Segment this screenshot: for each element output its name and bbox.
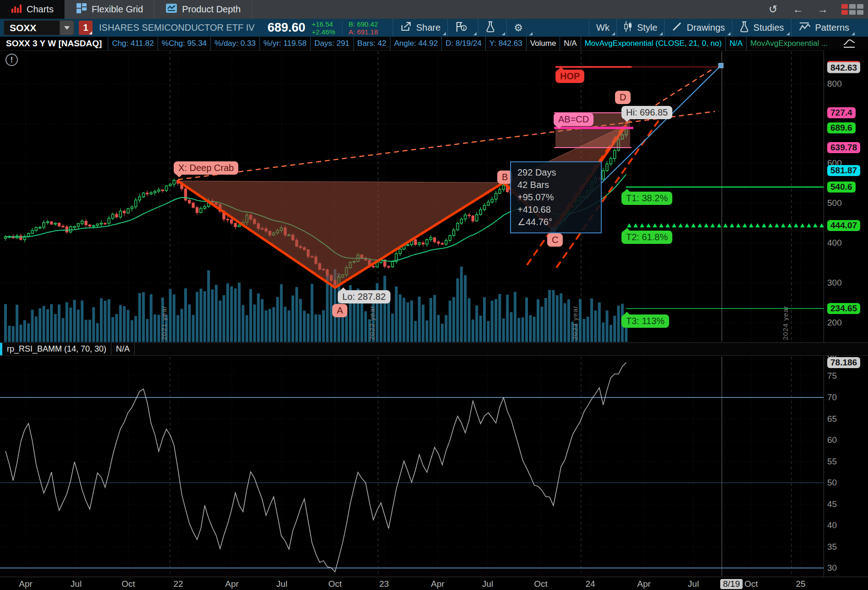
time-tick-label: Apr [637, 579, 651, 589]
crosshair-date-badge: 8/19 [720, 579, 743, 589]
axis-price-badge: 727.4 [827, 107, 856, 118]
axis-price-badge: 639.78 [827, 142, 860, 153]
axis-tick-label: 60 [827, 435, 837, 445]
company-name: ISHARES SEMICONDUCTOR ETF IV [99, 22, 255, 33]
patterns-button[interactable]: Patterns [791, 19, 856, 37]
chart-stats: Chg: 411.82%Chg: 95.34%/day: 0.33%/yr: 1… [108, 37, 831, 50]
time-tick-label: Apr [19, 579, 33, 589]
axis-tick-label: 800 [827, 79, 842, 89]
flask-icon [739, 21, 749, 35]
wk-button[interactable]: Wk [589, 19, 616, 37]
flask-icon [485, 21, 495, 35]
axis-tick-label: 75 [827, 371, 837, 381]
chevron-down-icon[interactable] [60, 21, 74, 35]
pencil-icon [671, 21, 682, 34]
axis-tick-label: 200 [827, 318, 842, 328]
axis-tick-label: 55 [827, 457, 837, 467]
flag-info-button[interactable] [447, 19, 478, 37]
price-chart-pane[interactable] [0, 50, 824, 342]
divider [111, 343, 111, 355]
price-axis-column[interactable]: 800600500400300200842.63727.4689.6639.78… [824, 50, 868, 577]
axis-tick-label: 30 [827, 563, 837, 573]
back-arrow-icon[interactable]: ← [789, 2, 807, 17]
tab-product-depth[interactable]: Product Depth [154, 0, 252, 19]
time-tick-label: Jul [482, 579, 493, 589]
symbol-input[interactable]: SOXX [4, 20, 74, 35]
flask-button[interactable] [478, 19, 506, 37]
axis-price-badge: 581.87 [827, 165, 860, 176]
undo-icon[interactable]: ↺ [764, 2, 782, 17]
rsi-study-pane[interactable] [0, 356, 824, 577]
price-change-block: +16.54 +2.46% [312, 20, 335, 36]
chart-stat: Chg: 411.82 [108, 37, 157, 50]
bid-ask-block: B: 690.42 A: 691.18 [349, 20, 378, 36]
tab-label: Charts [27, 4, 54, 15]
tab-label: Product Depth [182, 4, 241, 15]
button-label: Style [637, 22, 657, 33]
time-tick-label: 23 [379, 579, 389, 589]
axis-tick-label: 35 [827, 542, 837, 552]
time-tick-label: Oct [328, 579, 342, 589]
axis-price-badge: 234.65 [827, 303, 860, 314]
chart-stat: MovAvgExponential (CLOSE, 21, 0, no) [581, 37, 725, 50]
chart-stat: N/A [725, 37, 746, 50]
bid-value: B: 690.42 [349, 20, 378, 28]
button-label: Patterns [815, 22, 849, 33]
time-tick-label: 25 [796, 579, 805, 589]
patterns-icon [798, 21, 811, 34]
forward-arrow-icon[interactable]: → [814, 2, 831, 17]
rsi-line [5, 363, 626, 572]
alert-count-badge[interactable]: 1 [79, 21, 93, 35]
ask-value: A: 691.18 [349, 28, 378, 36]
fib-target-lines[interactable] [626, 187, 824, 309]
volume-bars [4, 266, 627, 342]
rsi-study-header[interactable]: rp_RSI_BAMM (14, 70, 30) N/A [0, 342, 868, 356]
axis-tick-label: 400 [827, 238, 842, 248]
button-label: Share [416, 22, 440, 33]
time-tick-label: Oct [121, 579, 135, 589]
chart-stat: Volume [526, 37, 560, 50]
axis-price-badge: 689.6 [827, 122, 856, 133]
chart-stat: %/day: 0.33 [210, 37, 259, 50]
rsi-study-title: rp_RSI_BAMM (14, 70, 30) [7, 344, 106, 354]
chart-stat: Days: 291 [310, 37, 353, 50]
chart-stat: %/yr: 119.58 [259, 37, 310, 50]
abcd-zone[interactable] [554, 113, 633, 148]
chart-stat: N/A [560, 37, 580, 50]
line-chart-icon[interactable] [842, 38, 856, 51]
depth-icon [165, 3, 177, 16]
axis-tick-label: 300 [827, 278, 842, 288]
time-tick-label: Apr [431, 579, 445, 589]
style-button[interactable]: Style [616, 19, 664, 37]
layout-switcher-icon[interactable] [841, 4, 863, 15]
axis-price-badge: 540.6 [827, 182, 856, 193]
tab-charts[interactable]: Charts [0, 0, 65, 19]
chart-stat: Angle: 44.92 [390, 37, 441, 50]
axis-tick-label: 40 [827, 520, 837, 530]
divider [342, 22, 342, 34]
time-tick-label: 22 [173, 579, 183, 589]
study-accent-bar [0, 343, 2, 355]
axis-tick-label: 65 [827, 414, 837, 424]
chart-status-bar: SOXX 3 Y W [NASDAQ] Chg: 411.82%Chg: 95.… [0, 37, 868, 51]
axis-tick-label: 50 [827, 478, 837, 488]
time-tick-label: Jul [688, 579, 699, 589]
time-axis[interactable]: AprJulOct22AprJulOct23AprJulOct24AprJul8… [0, 577, 868, 590]
grid-icon [76, 3, 87, 16]
share-button[interactable]: Share [393, 19, 447, 37]
tab-label: Flexible Grid [92, 4, 143, 15]
axis-tick-label: 500 [827, 198, 842, 208]
chart-warning-icon[interactable]: ! [5, 54, 18, 66]
change-percent: +2.46% [312, 28, 335, 36]
deep-crab-pattern[interactable] [178, 69, 715, 287]
button-label: Wk [596, 22, 610, 33]
axis-price-badge: 842.63 [827, 61, 860, 73]
change-value: +16.54 [312, 20, 335, 28]
tab-flexible-grid[interactable]: Flexible Grid [65, 0, 154, 19]
time-tick-label: Oct [744, 579, 758, 589]
time-tick-label: Oct [534, 579, 548, 589]
gear-button[interactable]: ⚙ [506, 19, 534, 37]
rsi-study-value: N/A [116, 344, 130, 354]
studies-button[interactable]: Studies [732, 19, 791, 37]
drawings-button[interactable]: Drawings [664, 19, 731, 37]
